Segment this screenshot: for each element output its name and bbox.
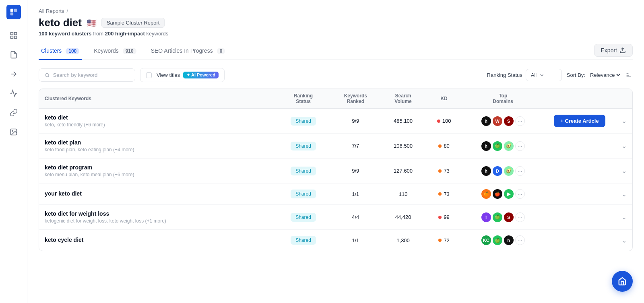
more-domains-button[interactable]: ···	[515, 141, 525, 151]
domain-icon: 🥑	[504, 166, 514, 176]
domain-icon: 🍏	[493, 235, 502, 245]
domain-icon: ▶	[504, 189, 514, 199]
table-row: keto cycle dietShared1/11,30072KC🍏h···⌄	[39, 230, 632, 251]
subtitle-count: 100 keyword clusters	[39, 31, 92, 37]
ai-powered-badge: ✦ AI Powered	[183, 72, 219, 78]
tab-badge-clusters: 100	[66, 48, 79, 54]
expand-row-button[interactable]: ⌄	[621, 214, 627, 221]
search-volume: 44,420	[381, 205, 425, 230]
page-title-row: keto diet 🇺🇸 Sample Cluster Report	[39, 16, 633, 29]
grid-icon[interactable]	[6, 27, 22, 43]
col-header-volume: SearchVolume	[381, 89, 425, 109]
app-logo[interactable]	[6, 5, 21, 19]
tab-badge-keywords: 910	[123, 48, 136, 54]
chart-icon[interactable]	[6, 85, 22, 101]
ranking-status-select[interactable]: All	[526, 69, 562, 81]
status-badge: Shared	[291, 117, 316, 126]
kd-value: 72	[444, 237, 449, 243]
more-domains-button[interactable]: ···	[515, 235, 525, 245]
cluster-name: your keto diet	[45, 190, 271, 197]
kd-cell: 72	[431, 237, 457, 243]
search-volume: 106,500	[381, 134, 425, 159]
action-cell	[543, 183, 616, 205]
document-icon[interactable]	[6, 47, 22, 63]
fab-button[interactable]	[612, 271, 633, 292]
chevron-down-icon	[539, 72, 545, 78]
kd-cell: 80	[431, 143, 457, 149]
col-header-keywords: KeywordsRanked	[330, 89, 381, 109]
view-titles-checkbox[interactable]	[146, 72, 152, 78]
svg-point-11	[45, 73, 49, 76]
action-cell	[543, 205, 616, 230]
create-article-button[interactable]: + Create Article	[554, 115, 605, 127]
cluster-keywords: keto, keto friendly (+6 more)	[45, 122, 271, 128]
domain-icon: T	[481, 212, 491, 222]
kd-value: 73	[444, 168, 449, 174]
sort-group: Sort By: Relevance	[567, 71, 633, 79]
table-row: keto diet programketo menu plan, keto me…	[39, 159, 632, 183]
more-domains-button[interactable]: ···	[515, 212, 525, 222]
view-titles-label: View titles	[157, 72, 180, 78]
kd-value: 73	[444, 191, 449, 197]
domain-icon: 🥑	[504, 141, 514, 151]
action-cell	[543, 134, 616, 159]
expand-row-button[interactable]: ⌄	[621, 167, 627, 174]
more-domains-button[interactable]: ···	[515, 116, 525, 126]
search-input[interactable]	[53, 72, 129, 78]
sort-select[interactable]: Relevance	[588, 72, 621, 78]
tabs: Clusters 100 Keywords 910 SEO Articles I…	[39, 43, 237, 60]
domain-icon: W	[493, 116, 502, 126]
view-titles-box[interactable]: View titles ✦ AI Powered	[140, 68, 225, 82]
breadcrumb-sep: /	[67, 8, 68, 14]
breadcrumb-reports[interactable]: All Reports	[39, 8, 64, 14]
search-volume: 127,600	[381, 159, 425, 183]
kd-cell: 99	[431, 214, 457, 220]
tab-keywords[interactable]: Keywords 910	[91, 43, 138, 60]
cluster-keywords: ketogenic diet for weight loss, keto wei…	[45, 218, 271, 224]
kd-cell: 73	[431, 168, 457, 174]
cluster-keywords: keto menu plan, keto meal plan (+6 more)	[45, 172, 271, 177]
svg-rect-3	[10, 33, 13, 35]
expand-row-button[interactable]: ⌄	[621, 237, 627, 244]
search-volume: 110	[381, 183, 425, 205]
kd-value: 100	[442, 118, 451, 124]
link-icon[interactable]	[6, 105, 22, 121]
kd-cell: 100	[431, 118, 457, 124]
more-domains-button[interactable]: ···	[515, 189, 525, 199]
cluster-name: keto diet	[45, 114, 271, 121]
subtitle-keywords: 200 high-impact	[105, 31, 145, 37]
svg-rect-0	[10, 9, 13, 12]
domain-icon: S	[504, 212, 514, 222]
domain-icon: 🍏	[493, 212, 502, 222]
expand-row-button[interactable]: ⌄	[621, 191, 627, 198]
tab-seo-articles[interactable]: SEO Articles In Progress 0	[149, 43, 228, 60]
svg-rect-2	[10, 12, 13, 15]
domain-icon: h	[504, 235, 514, 245]
expand-row-button[interactable]: ⌄	[621, 142, 627, 149]
table-wrapper: Clustered Keywords RankingStatus Keyword…	[39, 89, 633, 251]
cluster-name: keto diet plan	[45, 139, 271, 146]
col-header-name: Clustered Keywords	[39, 89, 277, 109]
export-button[interactable]: Export	[594, 44, 633, 57]
flag-icon: 🇺🇸	[87, 18, 97, 28]
kd-cell: 73	[431, 191, 457, 197]
expand-row-button[interactable]: ⌄	[621, 117, 627, 124]
tabs-row: Clusters 100 Keywords 910 SEO Articles I…	[39, 43, 633, 60]
kd-value: 99	[444, 214, 449, 220]
breadcrumb: All Reports /	[39, 8, 633, 14]
domain-icon: 🍊	[481, 189, 491, 199]
keywords-ranked: 1/1	[330, 183, 381, 205]
cluster-name: keto diet program	[45, 164, 271, 171]
domain-icon: h	[481, 166, 491, 176]
cluster-name: keto diet for weight loss	[45, 210, 271, 217]
domains-cell: h🍏🥑···	[468, 141, 538, 151]
sort-order-icon[interactable]	[625, 71, 633, 79]
search-box[interactable]	[39, 68, 135, 82]
image-icon[interactable]	[6, 124, 22, 140]
status-badge: Shared	[291, 167, 316, 175]
wand-icon[interactable]	[6, 66, 22, 82]
action-cell	[543, 159, 616, 183]
ranking-status-label: Ranking Status	[487, 72, 522, 78]
tab-clusters[interactable]: Clusters 100	[39, 43, 82, 60]
more-domains-button[interactable]: ···	[515, 166, 525, 176]
